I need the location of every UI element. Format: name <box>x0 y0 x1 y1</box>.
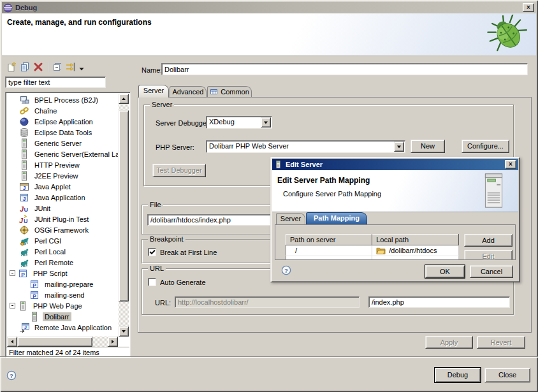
vertical-scroll-thumb[interactable] <box>119 110 129 301</box>
footer-separator <box>0 356 538 358</box>
tree-item-j2ee-preview[interactable]: J2EE Preview <box>7 170 118 181</box>
scroll-right-icon[interactable] <box>108 337 118 347</box>
new-server-button[interactable]: New <box>411 140 445 153</box>
close-button[interactable]: Close <box>484 368 530 382</box>
tab-common[interactable]: Common <box>207 86 252 98</box>
tree-item-perl-cgi[interactable]: Perl CGI <box>7 235 118 246</box>
combo-dropdown-icon[interactable] <box>261 117 271 127</box>
tree-item-perl-local[interactable]: Perl Local <box>7 246 118 257</box>
server-icon <box>18 301 28 311</box>
cancel-button[interactable]: Cancel <box>470 265 513 278</box>
collapse-all-icon[interactable] <box>51 61 64 73</box>
filter-icon[interactable] <box>64 61 78 73</box>
dialog-close-icon[interactable]: × <box>505 160 516 169</box>
tree-item-osgi-framework[interactable]: OSGi Framework <box>7 224 118 235</box>
tree-item-http-preview[interactable]: HTTP Preview <box>7 159 118 170</box>
tree-item-eclipse-data-tools[interactable]: Eclipse Data Tools <box>7 127 118 138</box>
tree-item-dolibarr[interactable]: Dolibarr <box>7 311 118 322</box>
filter-input[interactable] <box>5 76 106 88</box>
php-server-combo[interactable]: Dolibarr PHP Web Server <box>206 140 405 153</box>
tree-item-perl-remote[interactable]: Perl Remote <box>7 257 118 268</box>
tree-item-generic-server[interactable]: Generic Server <box>7 138 118 149</box>
tree-item-cha-ne[interactable]: Chaîne <box>7 105 118 116</box>
php-script-icon: P <box>29 290 40 300</box>
tree-item-label: PHP Script <box>31 269 69 278</box>
page-title: Create, manage, and run configurations <box>7 18 152 27</box>
tree-item-label: Eclipse Application <box>33 117 95 126</box>
menu-dropdown-icon[interactable] <box>78 62 85 72</box>
tree-item-label: mailing-prepare <box>43 280 95 289</box>
tree-item-generic-server-external-la[interactable]: Generic Server(External La <box>7 149 118 159</box>
test-debugger-button: Test Debugger <box>152 164 206 177</box>
tree-item-php-script[interactable]: PPHP Script <box>7 268 118 279</box>
svg-text:?: ? <box>10 372 13 379</box>
debug-button[interactable]: Debug <box>435 368 481 382</box>
dialog-title: Edit Server <box>286 161 323 168</box>
table-row[interactable]: / /dolibarr/htdocs <box>286 245 459 256</box>
horizontal-scroll-thumb[interactable] <box>17 337 92 347</box>
add-mapping-button[interactable]: Add <box>464 234 513 247</box>
close-window-icon[interactable]: × <box>523 3 534 12</box>
combo-dropdown-icon[interactable] <box>394 142 404 152</box>
server-debugger-combo[interactable]: XDebug <box>206 116 272 129</box>
help-icon[interactable]: ? <box>6 370 17 381</box>
dialog-header: Edit Server Path Mapping Configure Serve… <box>272 170 518 212</box>
collapse-expander-icon[interactable] <box>10 270 15 276</box>
duplicate-icon[interactable] <box>18 61 32 73</box>
svg-text:?: ? <box>284 267 288 274</box>
tree-item-java-applet[interactable]: JJava Applet <box>7 181 118 192</box>
tree-item-bpel-process-b2j[interactable]: BPEL Process (B2J) <box>7 94 118 105</box>
tree-item-php-web-page[interactable]: PHP Web Page <box>7 300 118 311</box>
tree-item-eclipse-application[interactable]: Eclipse Application <box>7 116 118 127</box>
column-path-on-server[interactable]: Path on server <box>286 235 372 245</box>
tab-server[interactable]: Server <box>138 85 169 98</box>
server-group-legend: Server <box>150 101 174 108</box>
server-tower-icon <box>483 173 504 209</box>
scroll-up-icon[interactable] <box>119 94 129 104</box>
file-group-legend: File <box>148 201 163 208</box>
scroll-left-icon[interactable] <box>7 337 17 347</box>
collapse-expander-icon[interactable] <box>10 303 15 309</box>
tree-item-label: Perl Remote <box>33 258 75 267</box>
path-mapping-table[interactable]: Path on server Local path / /dolibarr/ht… <box>286 234 459 260</box>
column-local-path[interactable]: Local path <box>372 235 459 245</box>
tree-item-mailing-send[interactable]: Pmailing-send <box>7 289 118 300</box>
delete-icon[interactable] <box>32 61 45 73</box>
break-first-line-checkbox[interactable] <box>148 248 156 256</box>
tree-item-java-application[interactable]: JJava Application <box>7 192 118 203</box>
dialog-tab-server[interactable]: Server <box>276 213 305 224</box>
php-script-icon: P <box>29 279 40 289</box>
tree-item-remote-java-application[interactable]: JRemote Java Application <box>7 322 118 333</box>
tree-item-junit[interactable]: JUJUnit <box>7 203 118 214</box>
new-config-icon[interactable] <box>5 61 18 73</box>
filter-status: Filter matched 24 of 24 items <box>6 347 129 357</box>
tree-item-label: Perl Local <box>33 247 68 256</box>
tab-advanced[interactable]: Advanced <box>170 86 207 98</box>
horizontal-scrollbar[interactable] <box>7 337 118 347</box>
auto-generate-checkbox[interactable] <box>148 278 156 286</box>
vertical-scrollbar[interactable] <box>119 94 129 337</box>
folder-icon <box>376 247 386 254</box>
break-first-line-label: Break at First Line <box>160 249 217 256</box>
dialog-help-icon[interactable]: ? <box>281 265 291 275</box>
php-script-icon: P <box>18 268 28 279</box>
junit-plugin-icon: JU <box>19 214 29 224</box>
server-icon <box>19 138 29 149</box>
configure-server-button[interactable]: Configure... <box>462 140 509 153</box>
scroll-down-icon[interactable] <box>119 326 129 337</box>
tree-item-label: J2EE Preview <box>33 171 80 180</box>
svg-text:J: J <box>24 324 27 329</box>
tree-item-label: Generic Server <box>33 139 84 148</box>
name-input[interactable] <box>161 63 528 75</box>
server-icon <box>19 149 29 159</box>
table-row[interactable] <box>286 256 459 261</box>
url-path-input[interactable] <box>368 296 510 308</box>
dialog-tab-path-mapping[interactable]: Path Mapping <box>306 212 367 224</box>
debug-window: Debug × Create, manage, and run configur… <box>0 0 538 392</box>
debug-bug-icon <box>486 15 528 53</box>
tree-item-mailing-prepare[interactable]: Pmailing-prepare <box>7 279 118 289</box>
ok-button[interactable]: OK <box>425 265 465 278</box>
tree-item-junit-plug-in-test[interactable]: JUJUnit Plug-in Test <box>7 214 118 224</box>
server-icon <box>19 160 29 170</box>
perl-icon <box>19 247 29 257</box>
